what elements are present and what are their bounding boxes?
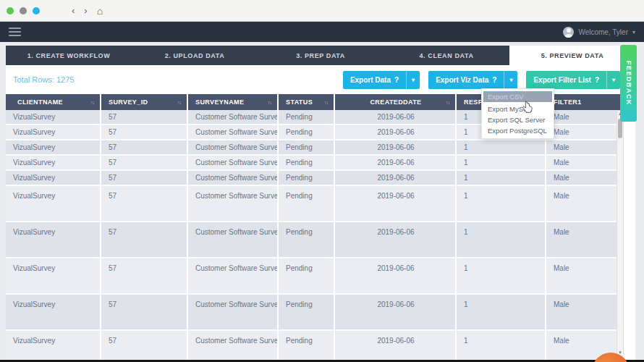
- welcome-label: Welcome, Tyler: [578, 28, 628, 36]
- cell-resp: 1: [457, 171, 546, 186]
- window-control-zoom-icon[interactable]: [33, 7, 40, 14]
- user-menu[interactable]: Welcome, Tyler ▾: [563, 27, 635, 38]
- help-icon: ?: [394, 76, 399, 84]
- sort-icon[interactable]: ↑↓: [90, 100, 94, 105]
- cell-clientname: VizualSurvey: [6, 140, 101, 156]
- cell-filter1: Male: [546, 222, 625, 258]
- column-header-status[interactable]: STATUS↑↓: [279, 94, 335, 110]
- export-data-button[interactable]: Export Data ? ▾: [343, 71, 420, 89]
- table-scrollbar[interactable]: ▲ ▼: [617, 110, 624, 356]
- column-header-survey_id[interactable]: SURVEY_ID↑↓: [101, 94, 188, 110]
- export-data-dropdown-toggle[interactable]: ▾: [406, 71, 420, 89]
- cell-survey_id: 57: [101, 331, 188, 362]
- cell-resp: 1: [457, 186, 546, 222]
- menu-item-export-csv[interactable]: Export CSV: [483, 91, 552, 102]
- cell-surveyname: Customer Software Survey: [188, 171, 279, 186]
- tab-upload-data[interactable]: 2. UPLOAD DATA: [132, 46, 258, 65]
- export-viz-data-dropdown-toggle[interactable]: ▾: [504, 71, 517, 89]
- table-row: VizualSurvey57Customer Software SurveyPe…: [6, 258, 625, 295]
- cell-survey_id: 57: [101, 186, 188, 222]
- window-control-minimize-icon[interactable]: [20, 7, 27, 14]
- export-filter-list-dropdown-toggle[interactable]: ▾: [606, 71, 620, 89]
- tab-create-workflow[interactable]: 1. CREATE WORKFLOW: [6, 46, 132, 65]
- cell-filter1: Male: [546, 295, 625, 331]
- column-header-createddate[interactable]: CREATEDDATE↑↓: [335, 94, 457, 110]
- cell-filter1: Male: [546, 125, 625, 140]
- table-row: VizualSurvey57Customer Software SurveyPe…: [6, 156, 625, 171]
- window-controls: [7, 7, 40, 14]
- cell-surveyname: Customer Software Survey: [188, 140, 279, 156]
- column-label: RESP: [464, 98, 483, 106]
- cell-clientname: VizualSurvey: [6, 295, 101, 331]
- column-header-surveyname[interactable]: SURVEYNAME↑↓: [188, 94, 279, 110]
- sort-icon[interactable]: ↑↓: [177, 100, 181, 105]
- cell-filter1: Male: [546, 186, 625, 222]
- cell-createddate: 2019-06-06: [335, 156, 457, 171]
- cell-surveyname: Customer Software Survey: [188, 186, 279, 222]
- cell-createddate: 2019-06-06: [335, 125, 457, 140]
- table-row: VizualSurvey57Customer Software SurveyPe…: [6, 186, 625, 222]
- cell-survey_id: 57: [101, 258, 188, 295]
- sort-icon[interactable]: ↑↓: [268, 100, 271, 105]
- home-icon[interactable]: ⌂: [97, 6, 103, 16]
- cell-survey_id: 57: [101, 140, 188, 156]
- forward-icon[interactable]: ›: [84, 6, 87, 15]
- tab-prep-data[interactable]: 3. PREP DATA: [258, 46, 384, 65]
- toolbar: Total Rows: 1275 Export Data ? ▾ Export …: [6, 70, 635, 89]
- table-row: VizualSurvey57Customer Software SurveyPe…: [6, 222, 625, 258]
- cell-status: Pending: [279, 125, 335, 140]
- menu-item-export-mysql[interactable]: Export MySQL: [482, 104, 554, 114]
- column-label: CREATEDDATE: [370, 98, 421, 106]
- cell-surveyname: Customer Software Survey: [188, 331, 279, 362]
- total-rows-label: Total Rows: 1275: [13, 75, 74, 84]
- cell-clientname: VizualSurvey: [6, 171, 101, 186]
- back-icon[interactable]: ‹: [72, 6, 75, 15]
- sort-icon[interactable]: ↑↓: [446, 100, 449, 105]
- column-label: SURVEY_ID: [109, 98, 148, 106]
- table-body: VizualSurvey57Customer Software SurveyPe…: [6, 110, 625, 362]
- export-filter-list-label: Export Filter List: [533, 76, 590, 84]
- menu-item-export-postgresql[interactable]: Export PostgreSQL: [482, 125, 554, 136]
- table-row: VizualSurvey57Customer Software SurveyPe…: [6, 295, 625, 331]
- cell-status: Pending: [279, 258, 335, 295]
- cell-status: Pending: [279, 222, 335, 258]
- cell-clientname: VizualSurvey: [6, 331, 101, 362]
- hamburger-menu-icon[interactable]: [9, 28, 21, 36]
- cell-surveyname: Customer Software Survey: [188, 258, 279, 295]
- export-filter-list-button[interactable]: Export Filter List ? ▾: [526, 71, 620, 89]
- cell-surveyname: Customer Software Survey: [188, 222, 279, 258]
- cell-createddate: 2019-06-06: [335, 295, 457, 331]
- column-header-clientname[interactable]: CLIENTNAME↑↓: [6, 94, 101, 110]
- cell-filter1: Male: [546, 110, 625, 125]
- export-viz-data-button[interactable]: Export Viz Data ? ▾: [428, 71, 517, 89]
- export-viz-data-label: Export Viz Data: [436, 76, 488, 84]
- cursor-pointer-icon: [522, 101, 533, 116]
- window-control-close-icon[interactable]: [7, 7, 14, 14]
- feedback-label: FEEDBACK: [625, 61, 632, 106]
- cell-status: Pending: [279, 140, 335, 156]
- cell-survey_id: 57: [101, 171, 188, 186]
- column-label: SURVEYNAME: [195, 98, 244, 106]
- cell-resp: 1: [457, 140, 546, 156]
- table-row: VizualSurvey57Customer Software SurveyPe…: [6, 140, 625, 156]
- cell-filter1: Male: [546, 171, 625, 186]
- cell-clientname: VizualSurvey: [6, 222, 101, 258]
- tab-preview-data[interactable]: 5. PREVIEW DATA: [509, 46, 635, 65]
- cell-status: Pending: [279, 295, 335, 331]
- cell-resp: 1: [457, 258, 546, 295]
- workflow-tabbar: 1. CREATE WORKFLOW 2. UPLOAD DATA 3. PRE…: [6, 46, 635, 65]
- cell-surveyname: Customer Software Survey: [188, 110, 279, 125]
- app-navbar: Welcome, Tyler ▾: [0, 22, 644, 42]
- cell-createddate: 2019-06-06: [335, 186, 457, 222]
- cell-clientname: VizualSurvey: [6, 156, 101, 171]
- column-label: STATUS: [286, 98, 313, 106]
- scrollbar-thumb[interactable]: [618, 119, 622, 138]
- sort-icon[interactable]: ↑↓: [324, 100, 328, 105]
- cell-filter1: Male: [546, 258, 625, 295]
- tab-clean-data[interactable]: 4. CLEAN DATA: [384, 46, 509, 65]
- feedback-tab[interactable]: FEEDBACK: [620, 45, 637, 122]
- help-icon: ?: [595, 76, 599, 84]
- column-header-filter1[interactable]: FILTER1: [546, 94, 625, 110]
- cell-filter1: Male: [546, 140, 625, 156]
- menu-item-export-sql-server[interactable]: Export SQL Server: [482, 114, 554, 125]
